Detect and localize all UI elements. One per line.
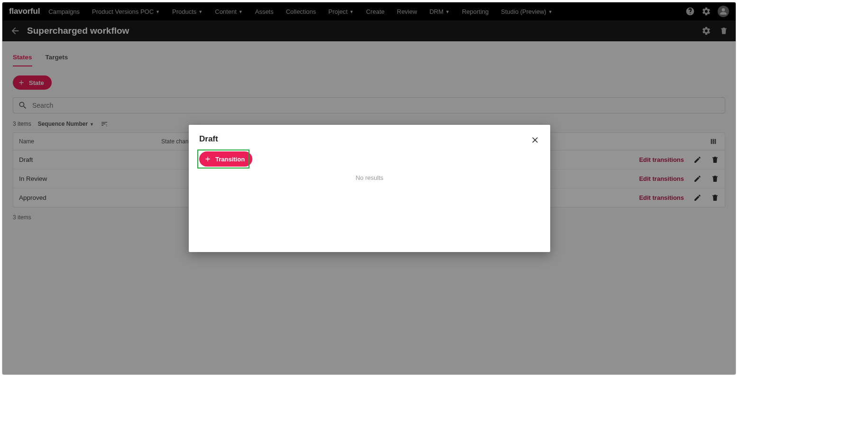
modal-title: Draft (199, 134, 540, 144)
transitions-modal: Draft Transition No results (189, 125, 550, 252)
close-icon[interactable] (530, 135, 540, 145)
no-results-text: No results (199, 174, 540, 181)
add-transition-label: Transition (215, 156, 245, 163)
add-transition-button[interactable]: Transition (199, 151, 252, 167)
plus-icon (204, 155, 212, 163)
